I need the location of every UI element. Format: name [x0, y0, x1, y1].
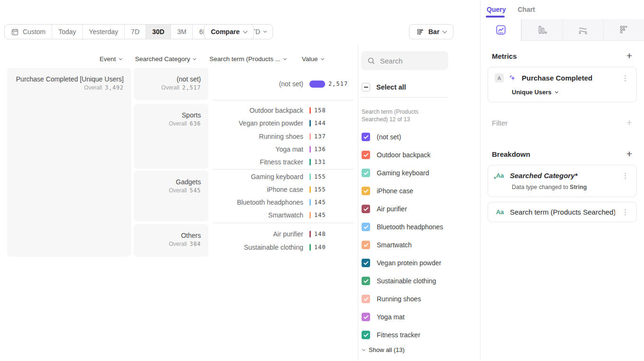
date-range-30d[interactable]: 30D [145, 25, 171, 39]
filter-item-air-purifier[interactable]: Air purifier [362, 200, 407, 218]
query-panel: Query Chart Metrics + [480, 0, 644, 361]
table-row-not-set[interactable]: (not set)2,517 [213, 77, 354, 90]
table-row-sustainable-clothing[interactable]: Sustainable clothing140 [213, 241, 354, 254]
filter-item-gaming-keyboard[interactable]: Gaming keyboard [362, 164, 429, 182]
breakdown-title: Breakdown [492, 150, 530, 158]
checkbox-gaming-keyboard[interactable] [362, 169, 370, 177]
category-cell-sports[interactable]: SportsOverall636 [134, 104, 209, 169]
checkbox-air-purifier[interactable] [362, 205, 370, 213]
value-bar [309, 133, 311, 140]
table-row-bluetooth-headphones[interactable]: Bluetooth headphones145 [213, 196, 354, 209]
kebab-menu-icon[interactable]: ⋮ [620, 209, 631, 216]
add-breakdown-button[interactable]: + [626, 149, 632, 159]
chevron-down-icon [320, 56, 324, 60]
date-range-7d[interactable]: 7D [124, 25, 145, 39]
tab-chart[interactable]: Chart [517, 6, 535, 13]
panel-divider [358, 45, 358, 361]
table-row-running-shoes[interactable]: Running shoes137 [213, 130, 354, 143]
checkbox-vegan-protein-powder[interactable] [362, 259, 370, 267]
overall-label: Overall [169, 120, 187, 127]
filter-item-running-shoes[interactable]: Running shoes [362, 290, 421, 308]
tab-flows[interactable] [562, 19, 603, 41]
select-all-row[interactable]: Select all [362, 83, 406, 91]
date-range-yesterday[interactable]: Yesterday [82, 25, 125, 39]
chart-type-button[interactable]: Bar [409, 24, 454, 39]
add-filter-button[interactable]: + [626, 118, 632, 127]
column-header-label: Search term (Products ... [209, 55, 281, 63]
filter-section-header: Filter + [488, 118, 637, 127]
chevron-down-icon [263, 29, 267, 33]
filter-item-label: iPhone case [377, 187, 413, 195]
category-cell-others[interactable]: OthersOverall384 [134, 224, 209, 257]
breakdown-card-search-term[interactable]: Aa Search term (Products Searched) ⋮ [488, 202, 637, 222]
table-row-yoga-mat[interactable]: Yoga mat136 [213, 143, 354, 155]
value-number: 136 [314, 146, 326, 153]
breakdown-card-searched-category[interactable]: Aa* Searched Category* ⋮ Data type chang… [488, 165, 637, 197]
category-overall: Overall636 [138, 120, 201, 127]
filter-item-fitness-tracker[interactable]: Fitness tracker [362, 326, 420, 344]
compare-button[interactable]: Compare [204, 24, 254, 39]
filter-item-bluetooth-headphones[interactable]: Bluetooth headphones [362, 218, 443, 236]
table-row-gaming-keyboard[interactable]: Gaming keyboard155 [213, 171, 354, 183]
checkbox-iphone-case[interactable] [362, 187, 370, 195]
filter-item-not-set[interactable]: (not set) [362, 128, 401, 146]
group-separator [213, 169, 354, 170]
category-cell-gadgets[interactable]: GadgetsOverall545 [134, 171, 209, 221]
filter-item-iphone-case[interactable]: iPhone case [362, 182, 413, 200]
table-row-air-purifier[interactable]: Air purifier148 [213, 227, 354, 241]
show-all-button[interactable]: Show all (13) [363, 346, 405, 353]
value-number: 155 [314, 186, 326, 193]
event-overall: Overall3,492 [12, 84, 124, 91]
tab-funnels[interactable] [521, 19, 562, 41]
column-header-event[interactable]: Event [100, 55, 122, 63]
value-cell: 145 [309, 199, 354, 206]
active-tab-underline [486, 16, 505, 18]
table-row-outdoor-backpack[interactable]: Outdoor backpack158 [213, 104, 354, 117]
checkbox-bluetooth-headphones[interactable] [362, 223, 370, 231]
checkbox-smartwatch[interactable] [362, 241, 370, 249]
search-box[interactable] [361, 51, 448, 70]
checkbox-fitness-tracker[interactable] [362, 331, 370, 339]
tab-insights[interactable] [481, 19, 521, 41]
column-header-search-term[interactable]: Search term (Products ... [209, 55, 286, 63]
chevron-down-icon [118, 56, 122, 60]
tab-retention[interactable] [603, 19, 644, 41]
measure-selector[interactable]: Unique Users [512, 89, 631, 96]
category-cell-not-set[interactable]: (not set)Overall2,517 [134, 68, 209, 100]
kebab-menu-icon[interactable]: ⋮ [620, 75, 631, 81]
value-cell: 2,517 [309, 81, 354, 88]
search-icon [367, 57, 375, 65]
table-row-iphone-case[interactable]: iPhone case155 [213, 183, 354, 196]
calendar-icon [11, 28, 19, 36]
filter-item-vegan-protein-powder[interactable]: Vegan protein powder [362, 254, 441, 272]
filter-item-sustainable-clothing[interactable]: Sustainable clothing [362, 272, 436, 290]
checkbox-not-set[interactable] [362, 133, 370, 141]
metric-card[interactable]: A Purchase Completed ⋮ Unique Users [488, 67, 637, 102]
value-bar [309, 159, 311, 165]
checkbox-sustainable-clothing[interactable] [362, 277, 370, 285]
checkbox-yoga-mat[interactable] [362, 313, 370, 321]
kebab-menu-icon[interactable]: ⋮ [620, 172, 631, 179]
column-header-value[interactable]: Value [302, 55, 324, 63]
add-metric-button[interactable]: + [626, 51, 632, 61]
event-cell[interactable]: Purchase Completed [Unique Users] Overal… [7, 68, 131, 257]
date-range-label: Today [58, 28, 76, 36]
tab-query[interactable]: Query [487, 6, 506, 13]
filter-item-smartwatch[interactable]: Smartwatch [362, 236, 412, 254]
checkbox-outdoor-backpack[interactable] [362, 151, 370, 159]
date-range-label: Custom [23, 28, 45, 36]
column-header-searched-category[interactable]: Searched Category [135, 55, 196, 63]
table-row-vegan-protein-powder[interactable]: Vegan protein powder144 [213, 117, 354, 129]
select-all-checkbox[interactable] [362, 83, 370, 91]
overall-value: 3,492 [105, 84, 124, 91]
filter-item-yoga-mat[interactable]: Yoga mat [362, 308, 405, 326]
checkbox-running-shoes[interactable] [362, 295, 370, 303]
filter-item-outdoor-backpack[interactable]: Outdoor backpack [362, 146, 431, 164]
date-range-3m[interactable]: 3M [171, 25, 192, 39]
date-range-today[interactable]: Today [52, 25, 82, 39]
search-input[interactable] [380, 57, 442, 65]
table-row-fitness-tracker[interactable]: Fitness tracker131 [213, 156, 354, 169]
table-row-smartwatch[interactable]: Smartwatch145 [213, 208, 354, 221]
date-range-custom[interactable]: Custom [5, 25, 52, 39]
value-number: 2,517 [328, 81, 348, 87]
